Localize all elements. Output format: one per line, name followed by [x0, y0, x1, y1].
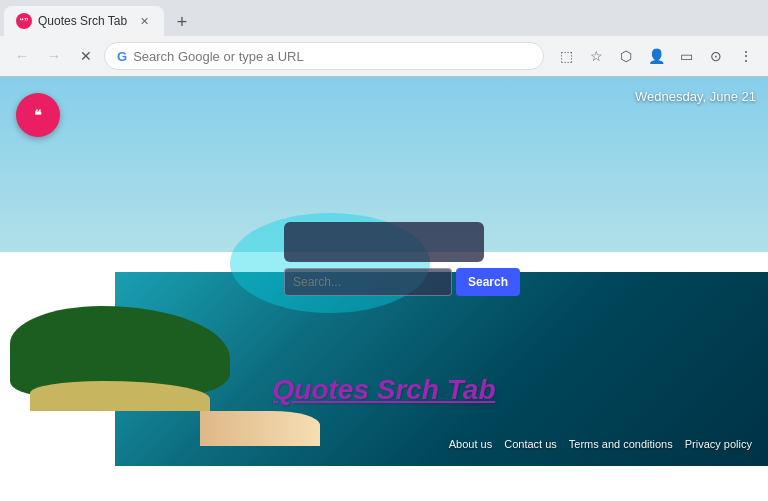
profile-icon[interactable]: 👤	[642, 42, 670, 70]
date-display: Wednesday, June 21	[635, 89, 756, 104]
tab-bar: “” Quotes Srch Tab ✕ +	[0, 0, 768, 36]
account-icon[interactable]: ⊙	[702, 42, 730, 70]
active-tab[interactable]: “” Quotes Srch Tab ✕	[4, 6, 164, 36]
site-logo: ❝	[16, 93, 60, 137]
google-icon: G	[117, 49, 127, 64]
island-trees	[0, 281, 260, 411]
address-bar[interactable]: G Search Google or type a URL	[104, 42, 544, 70]
search-button[interactable]: Search	[456, 268, 520, 296]
sidebar-icon[interactable]: ▭	[672, 42, 700, 70]
site-title: Quotes Srch Tab	[272, 374, 495, 406]
extension-icon[interactable]: ⬡	[612, 42, 640, 70]
logo-icon: ❝	[34, 107, 42, 123]
browser-chrome: “” Quotes Srch Tab ✕ + ← → ✕ G Search Go…	[0, 0, 768, 77]
address-text: Search Google or type a URL	[133, 49, 304, 64]
tab-favicon: “”	[16, 13, 32, 29]
contact-us-link[interactable]: Contact us	[504, 438, 557, 450]
nav-bar: ← → ✕ G Search Google or type a URL ⬚ ☆ …	[0, 36, 768, 76]
quote-search-box: Search	[284, 222, 484, 296]
forward-button[interactable]: →	[40, 42, 68, 70]
back-button[interactable]: ←	[8, 42, 36, 70]
toolbar-icons: ⬚ ☆ ⬡ 👤 ▭ ⊙ ⋮	[552, 42, 760, 70]
cast-icon[interactable]: ⬚	[552, 42, 580, 70]
menu-icon[interactable]: ⋮	[732, 42, 760, 70]
about-us-link[interactable]: About us	[449, 438, 492, 450]
terms-link[interactable]: Terms and conditions	[569, 438, 673, 450]
new-tab-button[interactable]: +	[168, 8, 196, 36]
privacy-link[interactable]: Privacy policy	[685, 438, 752, 450]
search-input[interactable]	[284, 268, 452, 296]
footer-links: About us Contact us Terms and conditions…	[449, 438, 752, 450]
tab-close-button[interactable]: ✕	[136, 13, 152, 29]
search-row: Search	[284, 268, 484, 296]
beach-strip	[200, 411, 320, 446]
bookmark-icon[interactable]: ☆	[582, 42, 610, 70]
quote-display-area	[284, 222, 484, 262]
webpage-content: ❝ Wednesday, June 21 Search Quotes Srch …	[0, 77, 768, 466]
reload-button[interactable]: ✕	[72, 42, 100, 70]
tab-title: Quotes Srch Tab	[38, 14, 127, 28]
